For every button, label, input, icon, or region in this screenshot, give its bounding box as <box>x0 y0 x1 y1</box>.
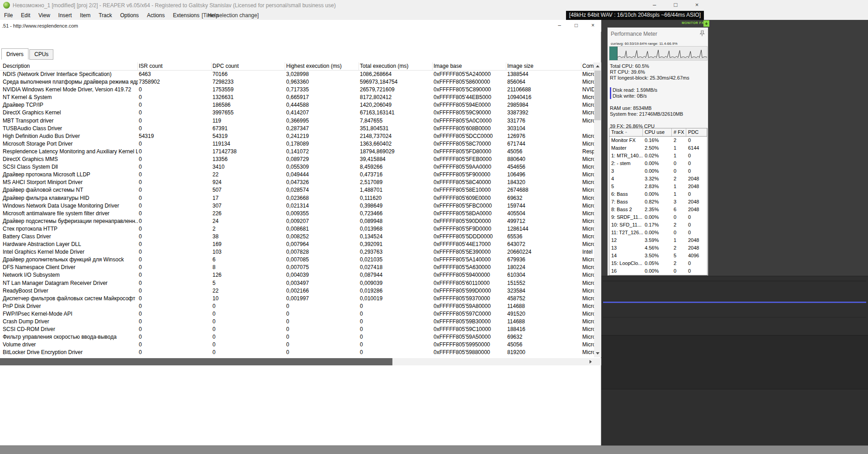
pin-icon[interactable] <box>699 30 705 37</box>
driver-row[interactable]: Фильтр управления скоростью ввода-вывода… <box>0 333 594 341</box>
perf-track-row[interactable]: Master2.50%16144 <box>609 144 707 152</box>
driver-cell: 0 <box>138 202 212 210</box>
driver-row[interactable]: Драйвер протокола Microsoft LLDP0220,049… <box>0 171 594 179</box>
menu-item[interactable]: Item <box>76 11 94 20</box>
driver-row[interactable]: Windows Network Data Usage Monitoring Dr… <box>0 202 594 210</box>
driver-cell: FWP/IPsec Kernel-Mode API <box>0 310 138 318</box>
driver-row[interactable]: Intel Graphics Kernel Mode Driver01030,0… <box>0 248 594 256</box>
driver-column-header[interactable]: ISR count <box>138 62 212 70</box>
driver-row[interactable]: Драйвер подсистемы буферизации перенапра… <box>0 218 594 225</box>
vscroll-thumb[interactable] <box>594 71 601 120</box>
maximize-button[interactable]: □ <box>568 20 585 32</box>
horizontal-scrollbar[interactable] <box>0 358 594 365</box>
latencymon-titlebar[interactable]: .51 - http://www.resplendence.com – □ × <box>0 20 601 32</box>
perf-track-row[interactable]: 30.00%00 <box>609 167 707 175</box>
driver-row[interactable]: Hardware Abstraction Layer DLL01690,0079… <box>0 241 594 248</box>
perf-column-header[interactable]: CPU use <box>643 128 672 136</box>
menu-extensions[interactable]: Extensions <box>169 11 203 20</box>
docker-add-button[interactable]: + <box>703 20 709 27</box>
tab-drivers[interactable]: Drivers <box>1 48 28 60</box>
driver-row[interactable]: NT Lan Manager Datagram Receiver Driver0… <box>0 279 594 287</box>
perf-track-row[interactable]: 7: Bass0.82%32048 <box>609 198 707 206</box>
cpu-history-graph[interactable] <box>609 46 708 61</box>
driver-row[interactable]: SCSI Class System Dll034100,0553098,4592… <box>0 163 594 171</box>
driver-row[interactable]: DirectX Graphics MMS0133560,08972939,415… <box>0 156 594 163</box>
audio-status[interactable]: [48kHz 64bit WAV : 16/10ch 2048spls ~66/… <box>566 11 704 20</box>
perf-track-row[interactable]: 10: SFD_11...0.17%20 <box>609 221 707 229</box>
perf-column-header[interactable]: # FX <box>672 128 686 136</box>
driver-cell: 0xFFFFF805'59A50000 <box>433 333 506 341</box>
driver-row[interactable]: TUSBAudio Class Driver0673910,287347351,… <box>0 125 594 132</box>
driver-row[interactable]: SCSI CD-ROM Driver00000xFFFFF805'59C1000… <box>0 326 594 333</box>
vertical-scrollbar[interactable] <box>594 62 601 357</box>
perf-track-row[interactable]: 134.56%22048 <box>609 244 707 252</box>
driver-row[interactable]: DFS Namespace Client Driver080,0070750,0… <box>0 264 594 271</box>
menu-view[interactable]: View <box>34 11 54 20</box>
driver-row[interactable]: PnP Disk Driver00000xFFFFF805'59A8000011… <box>0 303 594 310</box>
driver-column-header[interactable]: Comp <box>581 62 594 70</box>
close-button[interactable]: × <box>585 20 601 32</box>
perf-track-row[interactable]: 2: - stem0.00%00 <box>609 160 707 167</box>
hscroll-thumb[interactable] <box>0 358 392 365</box>
driver-row[interactable]: MBT Transport driver01190,3669957,847655… <box>0 117 594 125</box>
perf-track-row[interactable]: 143.50%54096 <box>609 252 707 260</box>
driver-row[interactable]: NVIDIA Windows Kernel Mode Driver, Versi… <box>0 86 594 94</box>
minimize-button[interactable]: – <box>551 20 568 32</box>
driver-row[interactable]: Драйвер файловой системы NT05070,0285741… <box>0 186 594 194</box>
driver-row[interactable]: Network I/O Subsystem01260,0040390,08794… <box>0 271 594 279</box>
driver-column-header[interactable]: Image size <box>506 62 581 70</box>
driver-row[interactable]: Resplendence Latency Monitoring and Auxi… <box>0 148 594 156</box>
perf-track-row[interactable]: 15: LoopClo...0.05%20 <box>609 260 707 267</box>
scroll-right-icon[interactable] <box>590 360 592 364</box>
minimize-button[interactable]: – <box>644 0 665 11</box>
reaper-titlebar[interactable]: Невозможно_1 [modified] [proj 2/2] - REA… <box>0 0 868 11</box>
perf-track-row[interactable]: 6: Bass0.00%10 <box>609 190 707 198</box>
driver-row[interactable]: Драйвер TCP/IP01865860,4445881420,206049… <box>0 101 594 109</box>
driver-row[interactable]: High Definition Audio Bus Driver54319543… <box>0 132 594 140</box>
driver-row[interactable]: Crash Dump Driver00000xFFFFF805'59B30000… <box>0 318 594 326</box>
driver-column-header[interactable]: Image base <box>433 62 506 70</box>
driver-row[interactable]: BitLocker Drive Encryption Driver00000xF… <box>0 349 594 356</box>
perf-column-header[interactable]: Track^ <box>609 128 643 136</box>
driver-row[interactable]: ReadyBoost Driver0220,0021660,0192860xFF… <box>0 287 594 295</box>
perf-track-row[interactable]: 43.32%22048 <box>609 175 707 183</box>
perf-track-row[interactable]: 123.59%12048 <box>609 236 707 244</box>
perf-track-row[interactable]: 11: T2T_126...0.00%00 <box>609 229 707 236</box>
driver-row[interactable]: Microsoft Storage Port Driver01191340,17… <box>0 140 594 148</box>
driver-row[interactable]: Volume driver00000xFFFFF805'599500004505… <box>0 341 594 349</box>
driver-row[interactable]: Драйвер дополнительных функций для Winso… <box>0 256 594 264</box>
driver-row[interactable]: Microsoft antimalware file system filter… <box>0 210 594 218</box>
driver-row[interactable]: Драйвер фильтра клавиатуры HID0170,02366… <box>0 194 594 202</box>
driver-row[interactable]: Battery Class Driver0380,0082520,1345240… <box>0 233 594 241</box>
driver-row[interactable]: MS AHCI Storport Miniport Driver09240,04… <box>0 179 594 186</box>
menu-insert[interactable]: Insert <box>54 11 76 20</box>
driver-row[interactable]: FWP/IPsec Kernel-Mode API00000xFFFFF805'… <box>0 310 594 318</box>
driver-row[interactable]: Среда выполнения платформы драйвера режи… <box>0 78 594 86</box>
driver-column-header[interactable]: Description <box>0 62 138 70</box>
driver-row[interactable]: Диспетчер фильтров файловых систем Майкр… <box>0 295 594 303</box>
perf-track-row[interactable]: 1: MTR_140...0.02%10 <box>609 152 707 160</box>
scroll-down-icon[interactable] <box>596 352 599 355</box>
driver-row[interactable]: NT Kernel & System013266310,6659178172,8… <box>0 94 594 101</box>
menu-file[interactable]: File <box>0 11 17 20</box>
perf-track-row[interactable]: 160.00%00 <box>609 267 707 275</box>
driver-column-header[interactable]: Total execution (ms) <box>359 62 433 70</box>
perf-track-row[interactable]: 52.83%12048 <box>609 183 707 190</box>
perf-track-row[interactable]: Monitor FX0.16%20 <box>609 137 707 144</box>
menu-track[interactable]: Track <box>94 11 116 20</box>
perf-track-row[interactable]: 9: SRDF_11...0.00%00 <box>609 213 707 221</box>
menu-edit[interactable]: Edit <box>17 11 34 20</box>
perf-track-row[interactable]: 8: Bass 22.35%62048 <box>609 206 707 213</box>
maximize-button[interactable]: □ <box>665 0 686 11</box>
menu-actions[interactable]: Actions <box>143 11 169 20</box>
driver-row[interactable]: NDIS (Network Driver Interface Specifica… <box>0 71 594 78</box>
driver-row[interactable]: DirectX Graphics Kernel039976550,4142076… <box>0 109 594 117</box>
scroll-up-icon[interactable] <box>596 65 599 67</box>
driver-row[interactable]: Стек протокола HTTP020,0086810,0139680xF… <box>0 225 594 233</box>
tab-cpus[interactable]: CPUs <box>29 49 53 60</box>
close-button[interactable]: × <box>686 0 708 11</box>
perf-column-header[interactable]: PDC <box>686 128 707 136</box>
driver-column-header[interactable]: DPC count <box>212 62 285 70</box>
driver-column-header[interactable]: Highest execution (ms) <box>285 62 359 70</box>
menu-options[interactable]: Options <box>116 11 143 20</box>
